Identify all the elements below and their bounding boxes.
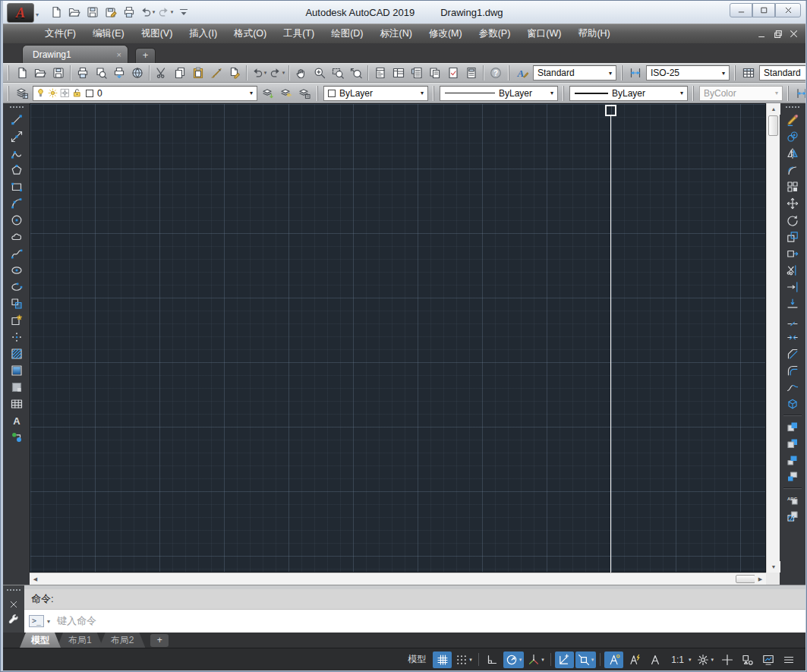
drawing-canvas[interactable] xyxy=(30,103,766,573)
toolbar-grip-handle[interactable] xyxy=(563,86,565,101)
gradient-tool[interactable] xyxy=(5,362,28,379)
menu-item-6[interactable]: 绘图(D) xyxy=(323,24,371,43)
erase-tool[interactable] xyxy=(781,112,804,128)
circle-tool[interactable] xyxy=(5,212,28,229)
vertical-scroll-thumb[interactable] xyxy=(768,115,778,136)
dimension-style-button[interactable] xyxy=(626,65,645,81)
undo-button[interactable]: ▾ xyxy=(250,65,268,81)
command-prompt-caret-icon[interactable]: ▾ xyxy=(47,618,50,625)
bring-to-front-tool[interactable] xyxy=(781,418,804,435)
isolate-objects[interactable] xyxy=(738,651,757,668)
array-tool[interactable] xyxy=(781,178,804,195)
dropdown-arrow-icon[interactable]: ▾ xyxy=(264,70,267,76)
rotate-tool[interactable] xyxy=(781,212,804,229)
spline-tool[interactable] xyxy=(5,245,28,262)
command-window-grip[interactable] xyxy=(6,588,21,592)
horizontal-scrollbar[interactable]: ◀ ▶ xyxy=(30,573,766,585)
quickcalc-button[interactable] xyxy=(462,65,481,81)
dropdown-arrow-icon[interactable]: ▾ xyxy=(771,90,782,96)
hatch-to-back-tool[interactable] xyxy=(781,508,804,525)
text-to-front-tool[interactable]: ABC xyxy=(781,491,804,508)
graphics-performance[interactable] xyxy=(758,651,777,668)
workspace-switching[interactable]: ▾ xyxy=(695,651,716,668)
menu-item-10[interactable]: 窗口(W) xyxy=(519,24,569,43)
new-layout-button[interactable]: + xyxy=(150,634,169,647)
annotation-visibility-toggle[interactable] xyxy=(604,651,623,668)
copy-tool[interactable] xyxy=(781,128,804,145)
construction-line-tool[interactable] xyxy=(5,128,28,145)
zoom-realtime-button[interactable] xyxy=(311,65,329,81)
new-button[interactable] xyxy=(13,65,31,81)
lineweight-combo[interactable]: ByLayer▾ xyxy=(569,86,688,101)
mdi-restore-icon[interactable] xyxy=(773,29,783,39)
color-combo[interactable]: ByLayer▾ xyxy=(323,86,428,101)
dropdown-arrow-icon[interactable]: ▾ xyxy=(519,657,522,663)
dropdown-arrow-icon[interactable]: ▾ xyxy=(282,70,285,76)
plot-preview-button[interactable] xyxy=(92,65,110,81)
break-tool[interactable] xyxy=(781,312,804,329)
break-at-point-tool[interactable] xyxy=(781,295,804,312)
copy-clip-button[interactable] xyxy=(171,65,189,81)
blend-curves-tool[interactable] xyxy=(781,379,804,396)
toolbar-grip-handle[interactable] xyxy=(692,86,695,101)
qat-new-button[interactable] xyxy=(48,4,65,21)
toolbar-grip-handle[interactable] xyxy=(317,86,319,101)
command-input[interactable]: >_ ▾ 键入命令 xyxy=(24,610,805,633)
line-tool[interactable] xyxy=(5,112,28,128)
object-snap-tracking-toggle[interactable] xyxy=(555,651,574,668)
scroll-down-arrow-icon[interactable]: ▼ xyxy=(767,561,780,573)
hatch-tool[interactable] xyxy=(5,345,28,362)
arc-tool[interactable] xyxy=(5,195,28,212)
insert-block-tool[interactable] xyxy=(5,295,28,312)
dropdown-arrow-icon[interactable]: ▾ xyxy=(246,90,257,96)
table-tool[interactable] xyxy=(5,396,28,412)
layer-states-manager-button[interactable] xyxy=(295,85,314,102)
toolbar-grip-handle[interactable] xyxy=(8,86,10,101)
make-object-layer-current-button[interactable] xyxy=(259,85,277,102)
toolbar-grip-handle[interactable] xyxy=(621,65,623,80)
scroll-right-arrow-icon[interactable]: ▶ xyxy=(755,573,766,585)
horizontal-scroll-thumb[interactable] xyxy=(736,575,755,583)
chamfer-tool[interactable] xyxy=(781,345,804,362)
customization-menu[interactable] xyxy=(779,651,798,668)
dropdown-arrow-icon[interactable]: ▾ xyxy=(689,657,692,663)
layout-tab-0[interactable]: 模型 xyxy=(20,633,61,648)
stretch-tool[interactable] xyxy=(781,245,804,262)
dropdown-arrow-icon[interactable]: ▾ xyxy=(541,657,544,663)
etransmit-button[interactable] xyxy=(128,65,147,81)
menu-item-4[interactable]: 格式(O) xyxy=(225,24,275,43)
dropdown-arrow-icon[interactable]: ▾ xyxy=(605,70,616,77)
zoom-window-button[interactable] xyxy=(329,65,347,81)
wrench-icon[interactable] xyxy=(8,614,19,625)
send-to-back-tool[interactable] xyxy=(781,435,804,452)
move-tool[interactable] xyxy=(781,195,804,212)
dropdown-arrow-icon[interactable]: ▾ xyxy=(469,657,472,663)
tab-close-icon[interactable]: × xyxy=(117,50,121,59)
ellipse-arc-tool[interactable] xyxy=(5,279,28,295)
qat-undo-button[interactable]: ▾ xyxy=(139,4,156,21)
table-style-button[interactable] xyxy=(739,65,758,81)
vertical-scrollbar[interactable]: ▲ ▼ xyxy=(766,103,780,573)
mdi-close-icon[interactable] xyxy=(789,29,799,39)
extend-tool[interactable] xyxy=(781,279,804,295)
group-tool[interactable] xyxy=(5,429,28,446)
grid-display-toggle[interactable] xyxy=(433,651,452,668)
explode-tool[interactable] xyxy=(781,396,804,412)
bring-above-objects-tool[interactable] xyxy=(781,452,804,469)
scale-tool[interactable] xyxy=(781,229,804,245)
menu-item-5[interactable]: 工具(T) xyxy=(275,24,323,43)
polygon-tool[interactable] xyxy=(5,162,28,178)
menu-item-8[interactable]: 修改(M) xyxy=(421,24,471,43)
menu-item-9[interactable]: 参数(P) xyxy=(471,24,519,43)
dimension-style-combo[interactable]: ISO-25▾ xyxy=(646,65,730,80)
toolbar-grip-handle[interactable] xyxy=(508,65,510,80)
snap-mode-toggle[interactable]: ▾ xyxy=(453,651,474,668)
ortho-mode-toggle[interactable] xyxy=(483,651,502,668)
command-history-line[interactable]: 命令: xyxy=(24,589,805,610)
isometric-drafting-toggle[interactable]: ▾ xyxy=(525,651,547,668)
qat-plot-button[interactable] xyxy=(121,4,137,21)
model-space-toggle[interactable]: 模型 xyxy=(402,651,431,668)
menu-item-0[interactable]: 文件(F) xyxy=(36,24,84,43)
plot-button[interactable] xyxy=(74,65,92,81)
fillet-tool[interactable] xyxy=(781,362,804,379)
